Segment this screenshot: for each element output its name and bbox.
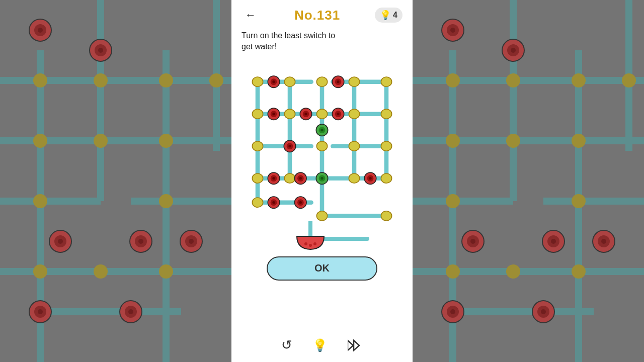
svg-point-56 (506, 73, 520, 87)
svg-point-66 (572, 264, 586, 279)
svg-point-57 (572, 73, 586, 87)
instruction-line1: Turn on the least switch to (242, 31, 335, 40)
center-panel: ← No.131 💡 4 Turn on the least switch to… (231, 0, 413, 362)
svg-point-108 (316, 109, 327, 119)
svg-point-116 (252, 173, 263, 183)
svg-point-37 (38, 309, 43, 314)
skip-button[interactable] (348, 339, 363, 351)
svg-point-135 (304, 113, 307, 115)
svg-point-59 (446, 134, 460, 148)
svg-point-72 (450, 28, 455, 33)
svg-point-110 (381, 109, 391, 119)
svg-point-105 (381, 77, 391, 86)
svg-point-102 (284, 77, 295, 86)
instructions: Turn on the least switch to get water! (231, 30, 413, 58)
svg-point-43 (189, 239, 194, 244)
svg-point-129 (337, 80, 339, 83)
back-arrow-icon: ← (245, 9, 256, 22)
svg-point-162 (299, 201, 302, 204)
puzzle-svg[interactable] (242, 60, 403, 221)
svg-point-115 (381, 141, 391, 151)
puzzle-area (242, 60, 403, 221)
svg-point-104 (349, 77, 359, 86)
svg-point-58 (622, 73, 636, 87)
svg-point-87 (601, 239, 606, 244)
svg-point-75 (470, 239, 475, 244)
svg-point-106 (252, 109, 263, 119)
svg-marker-169 (354, 340, 359, 350)
svg-point-16 (94, 134, 108, 148)
svg-point-64 (446, 264, 460, 279)
svg-point-132 (272, 113, 275, 115)
bowl-svg (267, 221, 377, 251)
svg-point-40 (128, 309, 133, 314)
svg-point-113 (316, 141, 327, 151)
svg-point-84 (541, 309, 546, 314)
svg-point-111 (252, 141, 263, 151)
svg-point-22 (159, 264, 173, 279)
svg-point-31 (58, 239, 63, 244)
svg-point-12 (94, 73, 108, 87)
svg-point-34 (138, 239, 143, 244)
svg-point-65 (506, 264, 520, 279)
svg-point-60 (506, 134, 520, 148)
svg-point-25 (98, 48, 103, 53)
svg-marker-168 (348, 340, 353, 350)
svg-point-126 (272, 80, 275, 83)
hint-button[interactable]: 💡 (312, 338, 328, 352)
svg-point-15 (33, 134, 47, 148)
svg-point-156 (369, 177, 371, 179)
svg-point-78 (551, 239, 556, 244)
bowl-container (231, 221, 413, 251)
svg-point-114 (349, 141, 359, 151)
svg-point-14 (209, 73, 223, 87)
svg-point-103 (316, 77, 327, 86)
bottom-bar: ↺ 💡 (231, 337, 413, 353)
svg-point-159 (272, 201, 275, 204)
restart-button[interactable]: ↺ (281, 337, 292, 353)
svg-point-119 (349, 173, 359, 183)
svg-point-150 (299, 177, 302, 179)
svg-point-11 (33, 73, 47, 87)
svg-point-62 (446, 194, 460, 208)
level-title: No.131 (294, 8, 340, 23)
svg-point-61 (572, 134, 586, 148)
svg-point-69 (511, 48, 516, 53)
svg-point-21 (94, 264, 108, 279)
svg-point-63 (572, 194, 586, 208)
svg-point-55 (446, 73, 460, 87)
svg-point-107 (284, 109, 295, 119)
svg-point-17 (159, 134, 173, 148)
svg-point-109 (349, 109, 359, 119)
svg-point-167 (313, 242, 316, 245)
svg-point-121 (252, 198, 263, 207)
svg-point-13 (159, 73, 173, 87)
svg-point-28 (38, 28, 43, 33)
svg-point-19 (159, 194, 173, 208)
svg-point-117 (284, 173, 295, 183)
back-button[interactable]: ← (242, 6, 260, 24)
svg-point-153 (320, 177, 323, 179)
svg-point-120 (381, 173, 391, 183)
svg-point-20 (33, 264, 47, 279)
svg-point-144 (288, 145, 291, 147)
svg-point-122 (316, 211, 327, 221)
hint-count: 4 (393, 11, 397, 20)
svg-point-138 (337, 113, 339, 115)
hint-badge[interactable]: 💡 4 (375, 8, 403, 23)
svg-point-81 (450, 309, 455, 314)
svg-point-166 (309, 244, 312, 247)
hint-bulb-icon: 💡 (380, 10, 391, 21)
svg-point-18 (33, 194, 47, 208)
svg-point-165 (304, 242, 307, 245)
svg-point-123 (381, 211, 391, 221)
ok-button[interactable]: OK (267, 256, 377, 281)
svg-point-147 (272, 177, 275, 179)
svg-point-101 (252, 77, 263, 86)
header: ← No.131 💡 4 (231, 0, 413, 30)
instruction-line2: get water! (242, 42, 277, 51)
svg-point-141 (320, 129, 323, 131)
